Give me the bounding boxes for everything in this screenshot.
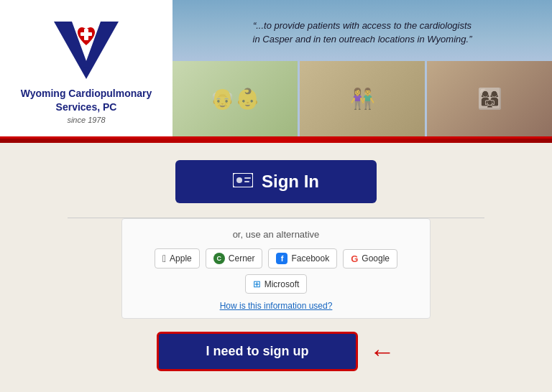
svg-text:S: S: [83, 65, 89, 76]
google-icon: G: [351, 253, 358, 264]
header-tagline: “...to provide patients with access to t…: [239, 13, 487, 52]
signup-button[interactable]: I need to sign up: [157, 332, 358, 371]
alternative-login-box: or, use an alternative  Apple C Cerner …: [121, 218, 431, 319]
tagline-line1: “...to provide patients with access to t…: [253, 20, 472, 31]
photo-icon-3: 👩‍👩‍👧: [477, 87, 502, 111]
page-wrapper: S Wyoming Cardiopulmonary Services, PC s…: [0, 0, 552, 392]
arrow-container: ←: [369, 337, 395, 367]
apple-icon: : [162, 253, 166, 264]
sign-in-label: Sign In: [262, 172, 319, 192]
logo-icon: S: [50, 18, 122, 83]
apple-login-button[interactable]:  Apple: [155, 248, 200, 269]
sign-in-icon: [233, 173, 253, 191]
photo-collage: “...to provide patients with access to t…: [172, 0, 552, 136]
photo-cell-1: 👴👶: [172, 61, 298, 136]
signup-section: I need to sign up ←: [157, 332, 395, 371]
facebook-label: Facebook: [291, 253, 329, 263]
cerner-login-button[interactable]: C Cerner: [206, 248, 263, 269]
id-card-icon: [233, 173, 253, 187]
photo-icon-2: 👫: [350, 87, 375, 111]
header-left: S Wyoming Cardiopulmonary Services, PC s…: [0, 0, 172, 136]
logo: S: [50, 18, 122, 83]
apple-label: Apple: [170, 253, 192, 263]
photo-cell-3: 👩‍👩‍👧: [427, 61, 552, 136]
svg-rect-7: [244, 181, 249, 182]
photo-row: 👴👶 👫 👩‍👩‍👧: [172, 61, 552, 136]
facebook-icon: f: [276, 253, 288, 264]
tagline-line2: in Casper and in ten outreach locations …: [253, 34, 472, 45]
header-right: “...to provide patients with access to t…: [172, 0, 552, 136]
since-text: since 1978: [67, 116, 105, 124]
header-tagline-area: “...to provide patients with access to t…: [172, 0, 552, 65]
microsoft-login-button[interactable]: ⊞ Microsoft: [245, 274, 308, 294]
google-label: Google: [362, 253, 390, 263]
alt-buttons-row:  Apple C Cerner f Facebook G Google ⊞: [139, 248, 413, 294]
svg-rect-6: [244, 177, 251, 179]
company-name: Wyoming Cardiopulmonary Services, PC: [7, 87, 165, 114]
arrow-icon: ←: [369, 337, 395, 367]
microsoft-label: Microsoft: [264, 279, 300, 289]
cerner-label: Cerner: [229, 253, 255, 263]
svg-point-5: [236, 177, 242, 183]
photo-cell-2: 👫: [300, 61, 425, 136]
alt-label: or, use an alternative: [233, 229, 320, 240]
svg-rect-4: [233, 173, 253, 187]
facebook-login-button[interactable]: f Facebook: [268, 248, 337, 269]
photo-icon-1: 👴👶: [210, 87, 260, 111]
header: S Wyoming Cardiopulmonary Services, PC s…: [0, 0, 552, 139]
main-content: Sign In or, use an alternative  Apple C…: [0, 143, 552, 392]
microsoft-icon: ⊞: [253, 279, 261, 289]
sign-in-button[interactable]: Sign In: [175, 160, 377, 203]
cerner-icon: C: [213, 253, 225, 264]
svg-rect-2: [80, 32, 92, 36]
how-info-link[interactable]: How is this information used?: [220, 301, 333, 311]
google-login-button[interactable]: G Google: [343, 249, 397, 269]
